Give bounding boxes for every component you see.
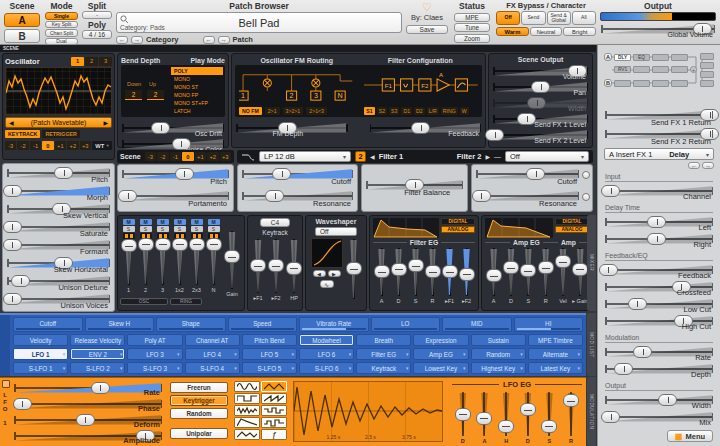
filter-eg-slider[interactable] — [374, 247, 390, 297]
mod-slfo-cell[interactable]: S-LFO 6 ▾ — [299, 362, 354, 374]
mod-slfo-cell[interactable]: S-LFO 5 ▾ — [242, 362, 297, 374]
scene-octave-button[interactable]: -3 — [145, 152, 156, 161]
filter-config-option[interactable]: RING — [441, 107, 458, 115]
fx-param-slider[interactable]: Depth — [604, 361, 714, 378]
filter1-type-dropdown[interactable]: LP 12 dB ▾ — [259, 151, 351, 162]
status-button[interactable]: Zoom — [454, 34, 490, 43]
play-mode-option[interactable]: MONO ST — [171, 83, 223, 91]
lfo-shape-saw[interactable] — [261, 393, 287, 404]
lfo-shape-sample-hold[interactable] — [261, 405, 287, 416]
patch-name[interactable]: Bell Pad — [117, 17, 401, 29]
fm-routing-option[interactable]: 2>1 — [265, 107, 280, 115]
fx-slot-global[interactable] — [700, 71, 714, 78]
tab-modulation[interactable]: MODULATION — [587, 377, 596, 446]
pitch-porta-slider[interactable]: Portamento — [121, 188, 230, 210]
lfo-shape-envelope[interactable] — [234, 417, 260, 428]
mod-source-cell[interactable]: Release Velocity — [70, 334, 125, 346]
filter-eg-slider[interactable] — [391, 247, 407, 297]
mixer-level-slider[interactable] — [189, 240, 205, 286]
mod-target-cell[interactable]: Vibrato Rate — [299, 317, 369, 332]
wavetable-next-icon[interactable]: ▶ — [103, 119, 108, 126]
oscillator-tab[interactable]: 3 — [99, 57, 112, 66]
lfo-eg-slider[interactable] — [476, 391, 492, 437]
waveshaper-analyze-button[interactable]: ∿ — [320, 280, 334, 288]
filter2-link-button[interactable] — [582, 193, 590, 201]
play-mode-option[interactable]: MONO FP — [171, 91, 223, 99]
filter-config-option[interactable]: S3 — [389, 107, 399, 115]
scene-output-slider[interactable]: Pan — [492, 79, 589, 95]
osc-param-slider[interactable]: Unison Voices — [6, 291, 111, 309]
mod-target-cell[interactable]: LO — [371, 317, 441, 332]
scene-octave-button[interactable]: +3 — [220, 152, 231, 161]
waveshaper-prev-button[interactable]: ◀ — [313, 270, 326, 277]
fx-param-slider[interactable]: Crossfeed — [604, 279, 714, 296]
mod-slfo-cell[interactable]: S-LFO 4 ▾ — [185, 362, 240, 374]
osc-param-slider[interactable]: Morph — [6, 183, 111, 201]
waveshaper-drive-slider[interactable] — [346, 238, 362, 300]
mixer-level-slider[interactable] — [206, 240, 222, 286]
category-next-button[interactable]: → — [131, 36, 143, 44]
filter2-next-icon[interactable]: ▶ — [485, 153, 490, 160]
filter-config-option[interactable]: L/R — [427, 107, 439, 115]
waveshaper-display[interactable] — [311, 238, 343, 268]
mod-slfo-cell[interactable]: S-LFO 3 ▾ — [127, 362, 182, 374]
patch-search-box[interactable]: Category: Pads Bell Pad — [116, 12, 402, 33]
route-button[interactable] — [123, 233, 135, 239]
fx-param-slider[interactable]: Mix — [604, 409, 714, 426]
mode-button[interactable]: Dual — [45, 38, 78, 46]
lfo-trigger-button[interactable]: Keytrigger — [170, 395, 228, 406]
gain-slider[interactable] — [224, 230, 240, 290]
lfo-eg-slider[interactable] — [563, 391, 579, 437]
status-button[interactable]: Tune — [454, 23, 490, 32]
lfo-unipolar-button[interactable]: Unipolar — [170, 428, 228, 439]
lfo-eg-slider[interactable] — [498, 391, 514, 437]
mod-source-cell[interactable]: MPE Timbre — [528, 334, 583, 346]
lfo-collapse-button[interactable] — [2, 380, 10, 388]
fx-slot-global[interactable] — [700, 62, 714, 69]
mod-slfo-cell[interactable]: S-LFO 2 ▾ — [70, 362, 125, 374]
osc-param-slider[interactable]: Skew Vertical — [6, 201, 111, 219]
menu-button[interactable]: ▦ Menu — [667, 430, 713, 442]
solo-button[interactable]: S — [157, 226, 169, 232]
mixer-level-slider[interactable] — [172, 240, 188, 286]
lfo-shape-step-seq[interactable] — [261, 417, 287, 428]
fx-slot-a[interactable] — [652, 54, 669, 61]
fm-routing-option[interactable]: 3>2>1 — [283, 107, 304, 115]
amp-eg-slider[interactable] — [572, 247, 588, 297]
category-prev-button[interactable]: ← — [116, 36, 128, 44]
filter1-slider[interactable]: Cutoff — [241, 166, 354, 188]
mod-lfo-cell[interactable]: LFO 5 ▾ — [242, 348, 297, 360]
fx-slot-b[interactable] — [614, 80, 631, 87]
lfo-eg-slider[interactable] — [541, 391, 557, 437]
solo-button[interactable]: S — [123, 226, 135, 232]
amp-eg-slider[interactable] — [503, 247, 519, 297]
lfo-shape-noise[interactable] — [234, 405, 260, 416]
wavetable-selector[interactable]: ◀ (Patch Wavetable) ▶ — [5, 117, 112, 128]
play-mode-option[interactable]: MONO — [171, 75, 223, 83]
filter-config-option[interactable]: S2 — [377, 107, 387, 115]
oscillator-tab[interactable]: 2 — [85, 57, 98, 66]
osc-octave-button[interactable]: +2 — [67, 141, 78, 150]
osc-param-slider[interactable]: Saturate — [6, 219, 111, 237]
fx-slot-b[interactable] — [633, 80, 650, 87]
filter-eg-slider[interactable] — [425, 247, 441, 297]
lfo-slider[interactable]: Rate — [13, 380, 163, 396]
amp-eg-digital-toggle[interactable]: DIGITAL — [555, 218, 589, 225]
fx-param-slider[interactable]: Channel — [604, 183, 714, 200]
mute-button[interactable]: M — [174, 219, 186, 225]
osc-param-slider[interactable]: Pitch — [6, 165, 111, 183]
mixer-level-slider[interactable] — [121, 240, 137, 286]
filter-eg-slider[interactable] — [442, 247, 458, 297]
mod-target-cell[interactable]: HI — [514, 317, 584, 332]
status-button[interactable]: MPE — [454, 13, 490, 22]
mod-source-cell[interactable]: Poly AT — [127, 334, 182, 346]
mute-button[interactable]: M — [191, 219, 203, 225]
feedback-slider[interactable]: Feedback — [369, 120, 483, 136]
lfo-shape-mseg[interactable] — [234, 429, 260, 440]
mod-target-cell[interactable]: Skew H — [85, 317, 155, 332]
solo-button[interactable]: S — [191, 226, 203, 232]
bend-down-value[interactable]: 2 — [125, 90, 142, 100]
character-button[interactable]: Neutral — [530, 27, 563, 36]
mod-target-cell[interactable]: Shape — [156, 317, 226, 332]
mod-source-cell[interactable]: Sustain — [471, 334, 526, 346]
